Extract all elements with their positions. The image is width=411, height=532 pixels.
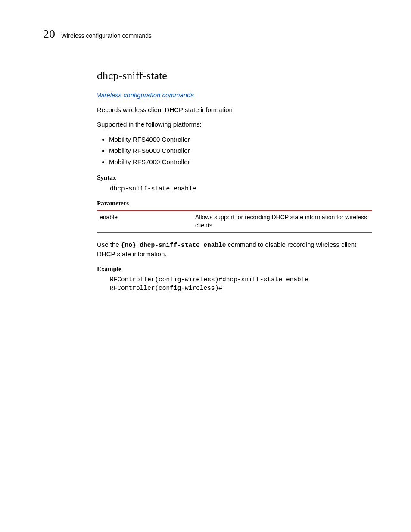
page-header: 20 Wireless configuration commands — [43, 26, 372, 42]
command-title: dhcp-sniff-state — [97, 68, 372, 83]
platforms-list: Mobility RFS4000 Controller Mobility RFS… — [97, 135, 372, 167]
list-item: Mobility RFS4000 Controller — [109, 135, 372, 144]
syntax-code: dhcp-sniff-state enable — [110, 185, 372, 193]
page: 20 Wireless configuration commands dhcp-… — [0, 0, 411, 532]
usage-code: {no} dhcp-sniff-state enable — [121, 242, 226, 249]
parameters-label: Parameters — [97, 199, 372, 208]
page-content: dhcp-sniff-state Wireless configuration … — [97, 68, 372, 293]
parameters-table-wrap: enable Allows support for recording DHCP… — [97, 210, 372, 233]
supported-intro: Supported in the following platforms: — [97, 120, 372, 129]
list-item: Mobility RFS7000 Controller — [109, 158, 372, 166]
page-number: 20 — [43, 26, 55, 42]
list-item: Mobility RFS6000 Controller — [109, 146, 372, 155]
parameters-table: enable Allows support for recording DHCP… — [97, 210, 372, 233]
table-row: enable Allows support for recording DHCP… — [97, 211, 372, 233]
usage-prefix: Use the — [97, 241, 121, 248]
running-title: Wireless configuration commands — [61, 32, 152, 40]
syntax-label: Syntax — [97, 173, 372, 182]
example-code: RFController(config-wireless)#dhcp-sniff… — [110, 276, 372, 292]
param-name: enable — [97, 211, 193, 233]
description-text: Records wireless client DHCP state infor… — [97, 106, 372, 114]
breadcrumb-link[interactable]: Wireless configuration commands — [97, 91, 194, 100]
example-label: Example — [97, 264, 372, 273]
usage-note: Use the {no} dhcp-sniff-state enable com… — [97, 240, 372, 258]
param-desc: Allows support for recording DHCP state … — [193, 211, 372, 233]
